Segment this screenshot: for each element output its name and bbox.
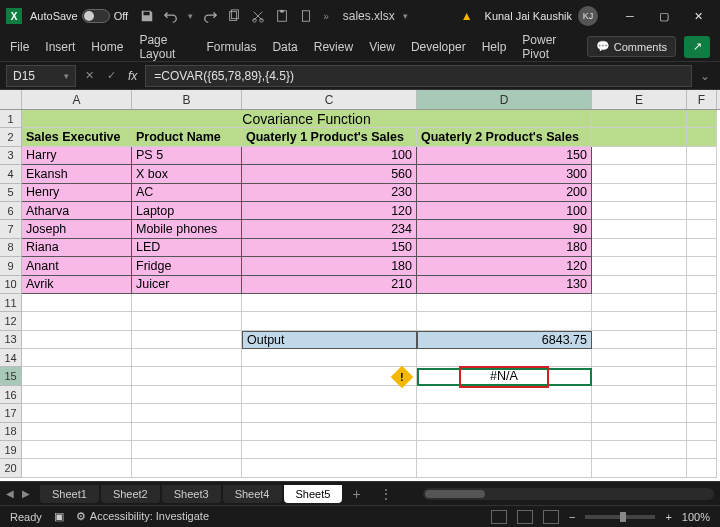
data-cell[interactable]: Juicer [132, 276, 242, 294]
cell[interactable] [592, 257, 687, 275]
data-cell[interactable]: Riana [22, 239, 132, 257]
cell[interactable] [687, 220, 717, 238]
cell[interactable] [592, 331, 687, 349]
sheet-menu-icon[interactable]: ⋮ [371, 486, 401, 502]
cell[interactable] [132, 294, 242, 312]
data-cell[interactable]: 100 [417, 202, 592, 220]
data-cell[interactable]: LED [132, 239, 242, 257]
cell[interactable] [592, 110, 687, 128]
cell[interactable] [242, 349, 417, 367]
tab-power-pivot[interactable]: Power Pivot [522, 33, 570, 61]
col-header-b[interactable]: B [132, 90, 242, 109]
header-cell[interactable]: Quaterly 1 Product's Sales [242, 128, 417, 146]
maximize-button[interactable]: ▢ [648, 2, 680, 30]
col-header-e[interactable]: E [592, 90, 687, 109]
data-cell[interactable]: Harry [22, 147, 132, 165]
sheet-prev-icon[interactable]: ◀ [6, 488, 14, 499]
add-sheet-button[interactable]: + [344, 486, 368, 502]
sheet-tab-4[interactable]: Sheet4 [223, 485, 282, 503]
tab-formulas[interactable]: Formulas [206, 40, 256, 54]
clipboard-icon[interactable] [299, 9, 313, 23]
autosave-toggle[interactable]: AutoSave Off [30, 9, 128, 23]
cell[interactable] [132, 367, 242, 385]
save-icon[interactable] [140, 9, 154, 23]
cell[interactable] [132, 404, 242, 422]
cell[interactable] [592, 312, 687, 330]
data-cell[interactable]: 150 [242, 239, 417, 257]
page-layout-view-icon[interactable] [517, 510, 533, 524]
cell[interactable] [22, 423, 132, 441]
row-header[interactable]: 1 [0, 110, 22, 128]
cell[interactable] [687, 110, 717, 128]
row-header[interactable]: 12 [0, 312, 22, 330]
sheet-tab-3[interactable]: Sheet3 [162, 485, 221, 503]
row-header[interactable]: 18 [0, 423, 22, 441]
cell[interactable] [687, 202, 717, 220]
sheet-tab-2[interactable]: Sheet2 [101, 485, 160, 503]
data-cell[interactable]: 234 [242, 220, 417, 238]
data-cell[interactable]: Mobile phones [132, 220, 242, 238]
data-cell[interactable]: 120 [242, 202, 417, 220]
tab-insert[interactable]: Insert [45, 40, 75, 54]
cell[interactable] [132, 423, 242, 441]
row-header[interactable]: 3 [0, 147, 22, 165]
tab-data[interactable]: Data [272, 40, 297, 54]
cell[interactable] [242, 404, 417, 422]
data-cell[interactable]: Joseph [22, 220, 132, 238]
cell[interactable] [592, 128, 687, 146]
tab-help[interactable]: Help [482, 40, 507, 54]
cell[interactable] [22, 386, 132, 404]
copy-icon[interactable] [227, 9, 241, 23]
cell[interactable] [687, 349, 717, 367]
zoom-in-button[interactable]: + [665, 511, 671, 523]
warning-icon[interactable]: ▲ [461, 9, 473, 23]
tab-home[interactable]: Home [91, 40, 123, 54]
error-cell[interactable]: #N/A [417, 367, 592, 385]
tab-developer[interactable]: Developer [411, 40, 466, 54]
cut-icon[interactable] [251, 9, 265, 23]
normal-view-icon[interactable] [491, 510, 507, 524]
tab-view[interactable]: View [369, 40, 395, 54]
header-cell[interactable]: Sales Executive [22, 128, 132, 146]
data-cell[interactable]: 120 [417, 257, 592, 275]
select-all-corner[interactable] [0, 90, 22, 109]
col-header-f[interactable]: F [687, 90, 717, 109]
cell[interactable] [132, 349, 242, 367]
col-header-c[interactable]: C [242, 90, 417, 109]
formula-input[interactable]: =COVAR({65,78,89},{4.5}) [145, 65, 692, 87]
data-cell[interactable]: 560 [242, 165, 417, 183]
cell[interactable] [592, 276, 687, 294]
data-cell[interactable]: 210 [242, 276, 417, 294]
cell[interactable] [687, 184, 717, 202]
data-cell[interactable]: 200 [417, 184, 592, 202]
comments-button[interactable]: 💬 Comments [587, 36, 676, 57]
row-header[interactable]: 8 [0, 239, 22, 257]
cell[interactable] [687, 459, 717, 477]
cell[interactable] [687, 441, 717, 459]
row-header[interactable]: 2 [0, 128, 22, 146]
cell[interactable] [592, 367, 687, 385]
tab-review[interactable]: Review [314, 40, 353, 54]
data-cell[interactable]: Avrik [22, 276, 132, 294]
cell[interactable] [592, 239, 687, 257]
cell[interactable] [687, 257, 717, 275]
sheet-tab-1[interactable]: Sheet1 [40, 485, 99, 503]
spreadsheet-grid[interactable]: A B C D E F 1Covariance Function2Sales E… [0, 90, 720, 481]
data-cell[interactable]: Anant [22, 257, 132, 275]
row-header[interactable]: 19 [0, 441, 22, 459]
cell[interactable] [242, 441, 417, 459]
data-cell[interactable]: PS 5 [132, 147, 242, 165]
macro-icon[interactable]: ▣ [54, 510, 64, 523]
row-header[interactable]: 5 [0, 184, 22, 202]
tab-page-layout[interactable]: Page Layout [139, 33, 190, 61]
col-header-a[interactable]: A [22, 90, 132, 109]
cell[interactable] [592, 220, 687, 238]
header-cell[interactable]: Product Name [132, 128, 242, 146]
user-account[interactable]: Kunal Jai Kaushik KJ [485, 6, 598, 26]
cell[interactable] [242, 459, 417, 477]
data-cell[interactable]: Ekansh [22, 165, 132, 183]
paste-icon[interactable] [275, 9, 289, 23]
cell[interactable] [242, 386, 417, 404]
sheet-next-icon[interactable]: ▶ [22, 488, 30, 499]
output-value-cell[interactable]: 6843.75 [417, 331, 592, 349]
